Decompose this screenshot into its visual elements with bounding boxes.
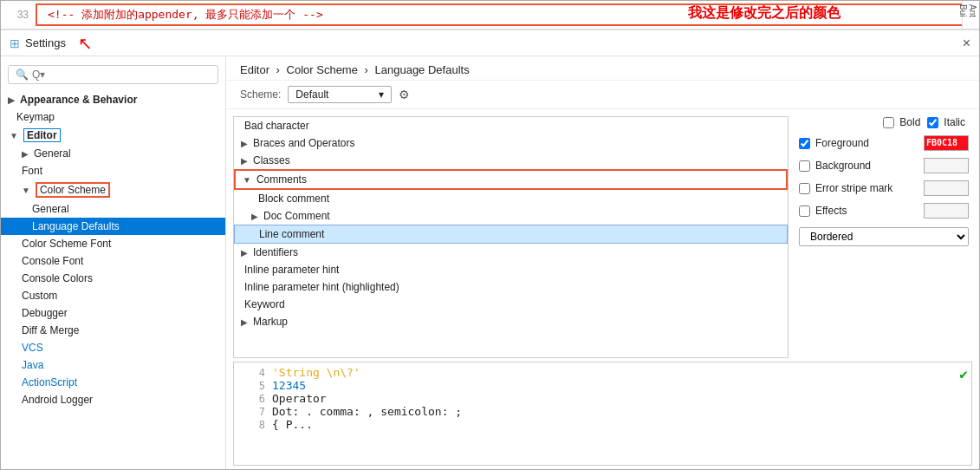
line-num-5: 5	[241, 380, 265, 392]
search-input[interactable]	[32, 69, 211, 81]
item-label-identifiers: Identifiers	[253, 246, 298, 258]
settings-icon: ⊞	[10, 36, 20, 50]
item-label-block-comment: Block comment	[258, 193, 329, 205]
search-icon: 🔍	[16, 69, 29, 81]
effects-type-select[interactable]: Bordered	[799, 227, 969, 246]
preview-line-8: 8 { P...	[241, 418, 964, 431]
item-bad-character[interactable]: Bad character	[234, 117, 788, 134]
sidebar-item-appearance[interactable]: ▶ Appearance & Behavior	[1, 91, 225, 108]
sidebar-label-appearance: Appearance & Behavior	[20, 94, 137, 106]
sidebar-label-cs-general: General	[32, 203, 69, 215]
effects-checkbox[interactable]	[799, 206, 810, 217]
sidebar-item-console-font[interactable]: Console Font	[1, 252, 225, 270]
sidebar-label-java: Java	[22, 359, 43, 371]
foreground-color-value: FB0C18	[925, 138, 959, 147]
italic-checkbox[interactable]	[927, 117, 938, 128]
chinese-annotation: 我这是修改完之后的颜色	[688, 4, 840, 23]
sidebar-label-general: General	[34, 147, 71, 160]
sidebar-item-debugger[interactable]: Debugger	[1, 304, 225, 322]
bold-italic-row: Bold Italic	[799, 116, 969, 128]
scheme-row: Scheme: Default ▾ ⚙	[226, 81, 979, 109]
bold-label: Bold	[899, 116, 920, 128]
sidebar-item-console-colors[interactable]: Console Colors	[1, 270, 225, 287]
scheme-dropdown[interactable]: Default ▾	[288, 86, 392, 103]
preview-code-8: { P...	[272, 418, 313, 431]
foreground-checkbox[interactable]	[799, 138, 810, 149]
item-braces-ops[interactable]: ▶ Braces and Operators	[234, 134, 788, 152]
preview-code-4: 'String \n\?'	[272, 366, 360, 379]
error-stripe-checkbox[interactable]	[799, 183, 810, 194]
bold-checkbox-row[interactable]: Bold	[883, 116, 920, 128]
sidebar-label-cs-font: Color Scheme Font	[22, 238, 111, 250]
search-box[interactable]: 🔍	[8, 65, 218, 84]
close-button[interactable]: ×	[963, 36, 970, 50]
sidebar-item-cs-general[interactable]: General	[1, 200, 225, 218]
italic-label: Italic	[944, 116, 965, 128]
preview-code-5: 12345	[272, 379, 306, 392]
sidebar-item-color-scheme[interactable]: ▼ Color Scheme	[1, 180, 225, 200]
italic-checkbox-row[interactable]: Italic	[927, 116, 965, 128]
item-label-bad-character: Bad character	[244, 120, 309, 132]
sidebar-item-editor[interactable]: ▼ Editor	[1, 126, 225, 145]
sidebar-item-java[interactable]: Java	[1, 356, 225, 374]
sidebar-label-editor: Editor	[23, 128, 61, 142]
sidebar-item-vcs[interactable]: VCS	[1, 339, 225, 356]
sidebar-label-android-logger: Android Logger	[22, 394, 93, 406]
effects-swatch[interactable]	[924, 203, 969, 219]
item-markup[interactable]: ▶ Markup	[234, 313, 788, 330]
foreground-color-swatch[interactable]: FB0C18	[924, 135, 969, 151]
item-identifiers[interactable]: ▶ Identifiers	[234, 244, 788, 261]
breadcrumb-sep2: ›	[365, 63, 372, 76]
item-comments[interactable]: ▼ Comments	[234, 169, 788, 190]
item-inline-param-hint-hl[interactable]: Inline parameter hint (highlighted)	[234, 278, 788, 296]
preview-line-6: 6 Operator	[241, 392, 964, 405]
error-stripe-label: Error stripe mark	[815, 182, 918, 194]
item-label-keyword: Keyword	[244, 298, 285, 310]
background-checkbox[interactable]	[799, 160, 810, 172]
breadcrumb-color-scheme: Color Scheme	[287, 63, 358, 76]
sidebar-item-language-defaults[interactable]: Language Defaults	[1, 218, 225, 235]
sidebar-item-actionscript[interactable]: ActionScript	[1, 374, 225, 391]
breadcrumb-language-defaults: Language Defaults	[375, 63, 470, 76]
sidebar-item-custom[interactable]: Custom	[1, 287, 225, 304]
expand-icon-editor: ▼	[10, 131, 18, 140]
expand-icon-cs: ▼	[22, 186, 30, 195]
preview-code-7: Dot: . comma: , semicolon: ;	[272, 405, 462, 418]
item-inline-param-hint[interactable]: Inline parameter hint	[234, 261, 788, 278]
item-classes[interactable]: ▶ Classes	[234, 152, 788, 169]
sidebar-item-font[interactable]: Font	[1, 162, 225, 180]
item-line-comment[interactable]: Line comment	[234, 225, 788, 244]
breadcrumb-sep1: ›	[276, 63, 283, 76]
title-bar-left: ⊞ Settings ↖	[10, 33, 93, 54]
error-stripe-swatch[interactable]	[924, 180, 969, 196]
sidebar-label-language-defaults: Language Defaults	[32, 220, 120, 232]
background-color-swatch[interactable]	[924, 158, 969, 173]
preview-panel: ✔ 4 'String \n\?' 5 12345 6 Operator 7 D…	[233, 362, 972, 466]
item-doc-comment[interactable]: ▶ Doc Comment	[234, 207, 788, 225]
sidebar-label-color-scheme: Color Scheme	[36, 182, 110, 198]
item-keyword[interactable]: Keyword	[234, 296, 788, 313]
sidebar-item-keymap[interactable]: Keymap	[1, 108, 225, 126]
sidebar-item-diff-merge[interactable]: Diff & Merge	[1, 322, 225, 339]
split-content: Bad character ▶ Braces and Operators ▶ C…	[226, 109, 979, 358]
sidebar-item-general[interactable]: ▶ General	[1, 145, 225, 162]
line-number: 33	[4, 9, 36, 21]
red-arrow-annotation: ↖	[78, 33, 93, 54]
preview-line-4: 4 'String \n\?'	[241, 366, 964, 379]
item-label-braces: Braces and Operators	[253, 137, 354, 149]
top-code-bar: 33 <!-- 添加附加的appender, 最多只能添加一个 --> 我这是修…	[1, 1, 979, 30]
expand-icon-general: ▶	[22, 149, 29, 159]
effects-label: Effects	[815, 205, 918, 217]
scheme-label: Scheme:	[240, 88, 281, 101]
error-stripe-row: Error stripe mark	[799, 180, 969, 196]
sidebar-label-diff-merge: Diff & Merge	[22, 324, 79, 336]
sidebar-label-console-font: Console Font	[22, 255, 83, 267]
scheme-gear-button[interactable]: ⚙	[399, 88, 410, 101]
bold-checkbox[interactable]	[883, 117, 894, 128]
item-block-comment[interactable]: Block comment	[234, 190, 788, 207]
sidebar-item-android-logger[interactable]: Android Logger	[1, 391, 225, 408]
sidebar-item-cs-font[interactable]: Color Scheme Font	[1, 235, 225, 252]
scheme-value: Default	[295, 88, 328, 101]
foreground-label: Foreground	[815, 137, 918, 149]
effects-row: Effects	[799, 203, 969, 219]
